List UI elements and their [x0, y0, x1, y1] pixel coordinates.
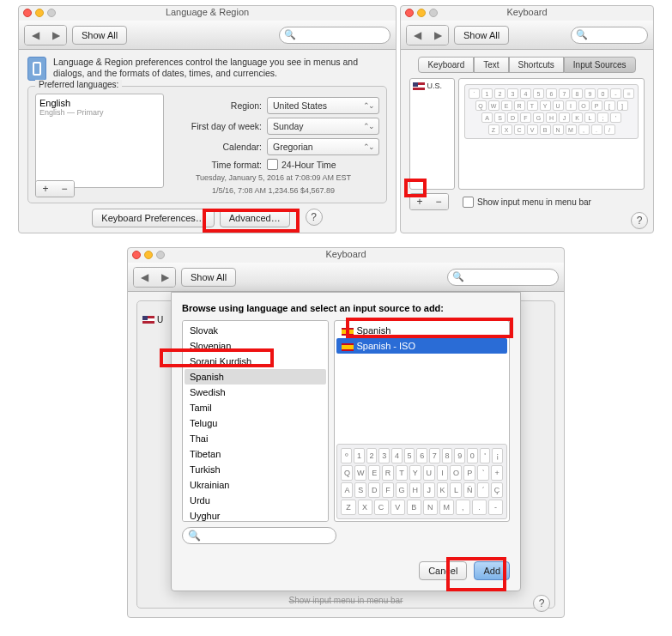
- forward-button[interactable]: ▶: [154, 268, 175, 287]
- language-item[interactable]: Slovenian: [185, 338, 326, 354]
- key: -: [610, 88, 621, 99]
- keyboard-preferences-button[interactable]: Keyboard Preferences…: [92, 209, 214, 227]
- language-item[interactable]: Slovak: [185, 323, 326, 338]
- help-button[interactable]: ?: [533, 595, 550, 612]
- tab-shortcuts[interactable]: Shortcuts: [509, 57, 564, 73]
- panel-body: KeyboardTextShortcutsInput Sources U.S. …: [401, 50, 653, 233]
- show-input-menu-checkbox[interactable]: [463, 197, 474, 208]
- language-item[interactable]: Turkish: [185, 462, 326, 477]
- key: .: [591, 124, 602, 135]
- key: U: [553, 100, 564, 111]
- help-button[interactable]: ?: [306, 209, 323, 226]
- tab-keyboard[interactable]: Keyboard: [418, 57, 474, 73]
- sample-line2: 1/5/16, 7:08 AM 1,234.56 $4,567.89: [167, 186, 379, 196]
- key: T: [527, 100, 538, 111]
- key: ;: [597, 112, 608, 123]
- key: /: [604, 124, 615, 135]
- globe-flag-icon: [27, 57, 46, 81]
- sheet-search-input[interactable]: [182, 527, 336, 544]
- back-button[interactable]: ◀: [407, 26, 427, 45]
- back-button[interactable]: ◀: [134, 268, 154, 287]
- region-value: United States: [273, 100, 327, 111]
- key: H: [546, 112, 557, 123]
- language-item[interactable]: Spanish: [185, 369, 326, 385]
- key: V: [390, 500, 405, 515]
- advanced-button[interactable]: Advanced…: [220, 209, 290, 227]
- calendar-select[interactable]: Gregorian⌃⌄: [267, 138, 379, 155]
- add-remove-language: + −: [35, 180, 75, 197]
- tab-text[interactable]: Text: [474, 57, 508, 73]
- tabs: KeyboardTextShortcutsInput Sources: [409, 57, 645, 73]
- nav-back-forward: ◀ ▶: [24, 25, 67, 45]
- remove-language-button[interactable]: −: [55, 181, 74, 197]
- timeformat-value: 24-Hour Time: [282, 160, 336, 170]
- input-source-label: U.S.: [427, 82, 443, 90]
- key: V: [527, 124, 538, 135]
- source-list[interactable]: Spanish Spanish - ISO º1234567890'¡QWERT…: [334, 320, 510, 522]
- nav-back-forward: ◀ ▶: [406, 25, 449, 45]
- key: ]: [617, 100, 628, 111]
- region-select[interactable]: United States⌃⌄: [267, 97, 379, 114]
- forward-button[interactable]: ▶: [427, 26, 448, 45]
- key: R: [514, 100, 525, 111]
- input-source-item[interactable]: U.S.: [413, 82, 451, 90]
- key: -: [488, 500, 503, 515]
- language-list[interactable]: SlovakSlovenianSorani KurdishSpanishSwed…: [182, 320, 329, 522]
- back-button[interactable]: ◀: [25, 26, 45, 45]
- add-source-button[interactable]: +: [410, 194, 429, 209]
- us-flag-icon: [142, 316, 154, 324]
- language-item[interactable]: Telugu: [185, 415, 326, 431]
- show-all-button[interactable]: Show All: [72, 26, 127, 45]
- key: S: [494, 112, 506, 123]
- key: F: [520, 112, 531, 123]
- show-all-button[interactable]: Show All: [454, 26, 509, 45]
- week-select[interactable]: Sunday⌃⌄: [267, 118, 379, 135]
- language-item[interactable]: Ukrainian: [185, 477, 326, 493]
- cancel-button[interactable]: Cancel: [419, 561, 467, 580]
- preferred-label: Preferred languages:: [35, 80, 122, 89]
- search-icon: 🔍: [576, 29, 588, 40]
- language-item[interactable]: Uyghur: [185, 508, 326, 522]
- language-item[interactable]: Thai: [185, 431, 326, 446]
- key: H: [409, 482, 421, 498]
- forward-button[interactable]: ▶: [45, 26, 66, 45]
- sheet-buttons: Cancel Add: [419, 561, 510, 580]
- key: T: [396, 465, 408, 481]
- help-button[interactable]: ?: [631, 212, 648, 229]
- key: Y: [540, 100, 551, 111]
- spain-flag-icon: [342, 343, 354, 351]
- key: C: [514, 124, 525, 135]
- language-list[interactable]: English English — Primary: [35, 94, 164, 188]
- intro-row: Language & Region preferences control th…: [27, 57, 387, 81]
- input-source-list[interactable]: U.S.: [409, 78, 455, 190]
- key: 8: [442, 448, 453, 463]
- window-title: Keyboard: [401, 7, 653, 17]
- add-language-button[interactable]: +: [36, 181, 55, 197]
- key: S: [354, 482, 366, 498]
- key: 9: [454, 448, 465, 463]
- language-item[interactable]: Tamil: [185, 400, 326, 415]
- language-item[interactable]: Sorani Kurdish: [185, 354, 326, 369]
- key: =: [623, 88, 634, 99]
- language-item[interactable]: Tibetan: [185, 446, 326, 462]
- key: W: [488, 100, 499, 111]
- key: 9: [584, 88, 596, 99]
- key: ,: [578, 124, 590, 135]
- key: ': [610, 112, 621, 123]
- language-item[interactable]: Swedish: [185, 385, 326, 400]
- key: P: [463, 465, 475, 481]
- chevron-updown-icon: ⌃⌄: [363, 101, 373, 110]
- key: O: [450, 465, 462, 481]
- week-value: Sunday: [273, 121, 304, 131]
- show-all-button[interactable]: Show All: [181, 268, 236, 287]
- nav-back-forward: ◀ ▶: [133, 267, 176, 288]
- add-button[interactable]: Add: [474, 561, 510, 580]
- remove-source-button[interactable]: −: [429, 194, 448, 209]
- key: 0: [597, 88, 608, 99]
- 24hour-checkbox[interactable]: [267, 159, 278, 170]
- source-item[interactable]: Spanish: [336, 323, 507, 338]
- language-item[interactable]: Urdu: [185, 493, 326, 508]
- source-item[interactable]: Spanish - ISO: [336, 338, 507, 354]
- tab-input-sources[interactable]: Input Sources: [564, 57, 636, 73]
- key: [: [604, 100, 615, 111]
